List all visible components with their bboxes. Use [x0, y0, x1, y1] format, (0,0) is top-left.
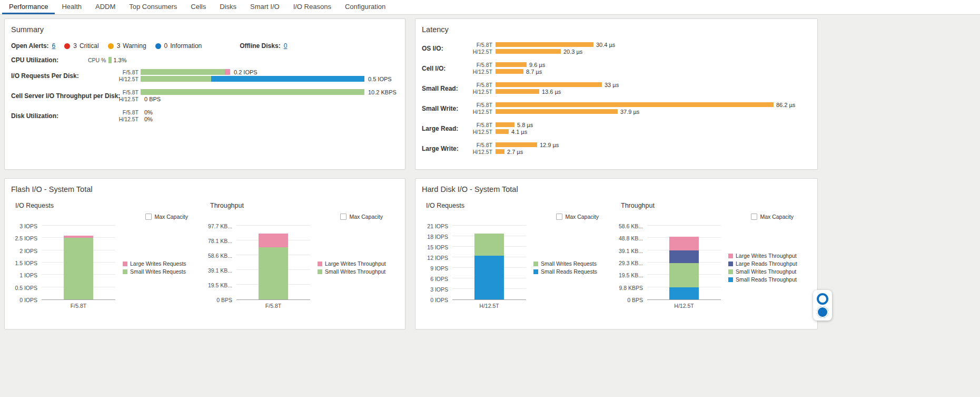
y-axis: 0 BPS19.5 KB...39.1 KB...58.6 KB...78.1 …: [204, 226, 236, 300]
tab-performance[interactable]: Performance: [2, 0, 55, 14]
max-capacity-checkbox[interactable]: Max Capacity: [556, 214, 599, 220]
axis-tick-label: 2.5 IOPS: [15, 235, 37, 241]
disk-label: H/12.5T: [468, 49, 492, 55]
information-count: 0: [164, 42, 168, 50]
legend-swatch: [123, 269, 127, 274]
legend-label: Large Reads Throughput: [736, 260, 797, 267]
plot-area: [647, 226, 721, 300]
x-category-label: H/12.5T: [647, 303, 721, 309]
information-alerts-group: 0 Information: [155, 42, 202, 50]
axis-tick-label: 0 BPS: [216, 297, 232, 303]
latency-bar-row: H/12.5T13.6 µs: [468, 89, 619, 94]
tab-top-consumers[interactable]: Top Consumers: [122, 0, 184, 14]
legend-item-large-writes-requests: Large Writes Requests: [123, 260, 186, 267]
bar-segment: [225, 69, 230, 75]
bar-value: 10.2 KBPS: [368, 89, 397, 95]
latency-group-cell-i-o: Cell I/O:F/5.8T9.6 µsH/12.5T8.7 µs: [422, 62, 817, 75]
max-capacity-label: Max Capacity: [154, 214, 188, 220]
chart-legend: Large Writes ThroughputSmall Writes Thro…: [318, 259, 386, 276]
axis-tick-label: 1.5 IOPS: [15, 260, 37, 266]
tab-cells[interactable]: Cells: [184, 0, 213, 14]
tab-smart-i-o[interactable]: Smart I/O: [243, 0, 286, 14]
plot-wrap: 0 BPS19.5 KB...39.1 KB...58.6 KB...78.1 …: [204, 226, 310, 309]
max-capacity-checkbox[interactable]: Max Capacity: [340, 214, 383, 220]
warning-label: Warning: [123, 42, 146, 50]
chart-body: 0 IOPS0.5 IOPS1 IOPS1.5 IOPS2 IOPS2.5 IO…: [9, 226, 204, 309]
axis-tick-label: 12 IOPS: [427, 255, 448, 261]
flash-io-charts: I/O RequestsMax Capacity0 IOPS0.5 IOPS1 …: [5, 193, 405, 309]
legend-item-small-reads-requests: Small Reads Requests: [533, 268, 597, 275]
legend-item-small-writes-requests: Small Writes Requests: [123, 268, 186, 275]
bar-segment: [141, 89, 364, 95]
disk-bar-row: H/12.5T0 BPS: [116, 96, 405, 102]
axis-tick-label: 6 IOPS: [430, 276, 448, 282]
max-capacity-checkbox[interactable]: Max Capacity: [145, 214, 188, 220]
axis-tick-label: 0.5 IOPS: [15, 285, 37, 291]
bar-segment-small-reads-throughput: [669, 287, 699, 299]
legend-swatch: [123, 262, 127, 266]
legend-swatch: [728, 254, 733, 258]
disk-label: H/12.5T: [468, 149, 492, 155]
axis-tick-label: 0 IOPS: [430, 297, 448, 303]
latency-rows: F/5.8T86.2 µsH/12.5T37.9 µs: [468, 102, 795, 115]
tab-disks[interactable]: Disks: [213, 0, 243, 14]
axis-tick-label: 39.1 KB...: [619, 248, 643, 254]
summary-panel: Summary Open Alerts: 6 3 Critical 3 Warn…: [4, 18, 405, 170]
tab-i-o-reasons[interactable]: I/O Reasons: [286, 0, 338, 14]
y-axis: 0 IOPS0.5 IOPS1 IOPS1.5 IOPS2 IOPS2.5 IO…: [9, 226, 42, 300]
bar-value: 0%: [144, 116, 153, 122]
latency-group-small-write: Small Write:F/5.8T86.2 µsH/12.5T37.9 µs: [422, 102, 817, 115]
legend-item-small-writes-requests: Small Writes Requests: [533, 260, 597, 267]
latency-bar: [496, 102, 774, 107]
offline-disks-count-link[interactable]: 0: [284, 42, 288, 50]
latency-bar-row: H/12.5T8.7 µs: [468, 69, 545, 74]
bar-segment-small-writes-requests: [64, 238, 93, 299]
assistant-ring-icon: [817, 293, 828, 305]
max-capacity-row: Max Capacity: [204, 214, 399, 220]
latency-bar-row: H/12.5T37.9 µs: [468, 109, 795, 114]
information-severity-icon: [155, 43, 161, 49]
critical-alerts-group: 3 Critical: [64, 42, 98, 50]
checkbox-icon[interactable]: [145, 214, 152, 220]
chart-legend: Large Writes ThroughputLarge Reads Throu…: [728, 251, 797, 284]
plot-wrap: 0 BPS9.8 KBPS19.5 KB...29.3 KB...39.1 KB…: [615, 226, 721, 309]
legend-item-large-reads-throughput: Large Reads Throughput: [728, 260, 797, 267]
latency-bar: [496, 149, 504, 154]
open-alerts-row: Open Alerts: 6 3 Critical 3 Warning 0 In…: [11, 42, 405, 50]
checkbox-icon[interactable]: [556, 214, 562, 220]
max-capacity-row: Max Capacity: [615, 214, 809, 220]
disk-bar: [141, 89, 364, 95]
axis-tick-label: 1 IOPS: [19, 272, 37, 278]
bar-segment-small-writes-throughput: [669, 263, 699, 288]
latency-value: 86.2 µs: [776, 102, 795, 108]
gridline: [647, 225, 721, 226]
axis-tick-label: 19.5 KB...: [619, 272, 643, 278]
axis-tick-label: 78.1 KB...: [208, 238, 232, 244]
max-capacity-label: Max Capacity: [349, 214, 383, 220]
checkbox-icon[interactable]: [340, 214, 347, 220]
flash-io-panel-title: Flash I/O - System Total: [5, 179, 405, 193]
disk-label: F/5.8T: [116, 89, 138, 95]
tab-addm[interactable]: ADDM: [88, 0, 122, 14]
chart-legend: Large Writes RequestsSmall Writes Reques…: [123, 259, 186, 276]
stacked-bar: [669, 237, 699, 299]
latency-value: 9.6 µs: [529, 62, 545, 68]
open-alerts-count-link[interactable]: 6: [52, 42, 56, 50]
metric-rows: F/5.8T10.2 KBPSH/12.5T0 BPS: [116, 89, 405, 103]
checkbox-icon[interactable]: [751, 214, 757, 220]
max-capacity-checkbox[interactable]: Max Capacity: [751, 214, 794, 220]
tab-configuration[interactable]: Configuration: [338, 0, 392, 14]
floating-assistant-widget[interactable]: [813, 290, 832, 321]
axis-tick-label: 3 IOPS: [430, 286, 448, 293]
latency-metric-label: Small Read:: [422, 85, 468, 92]
legend-label: Large Writes Throughput: [736, 253, 797, 259]
latency-bar-row: F/5.8T5.8 µs: [468, 122, 533, 128]
disk-label: F/5.8T: [468, 142, 492, 148]
bar-segment-small-reads-requests: [474, 256, 504, 299]
latency-bar-row: F/5.8T30.4 µs: [468, 42, 615, 47]
disk-label: H/12.5T: [468, 89, 492, 95]
gridline: [452, 225, 526, 226]
tab-health[interactable]: Health: [55, 0, 88, 14]
max-capacity-label: Max Capacity: [565, 214, 599, 220]
latency-value: 37.9 µs: [620, 109, 639, 115]
